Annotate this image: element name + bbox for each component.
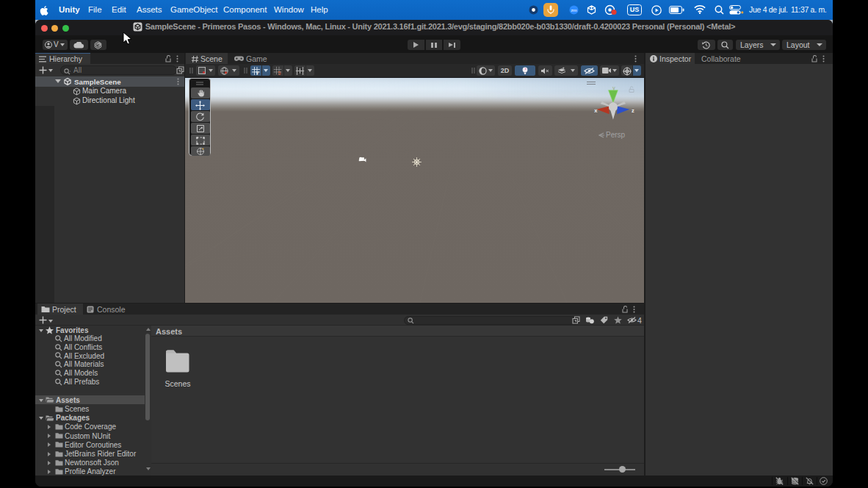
svg-text:zm: zm: [571, 8, 577, 12]
svg-text:x: x: [594, 107, 598, 114]
svg-text:y: y: [612, 85, 615, 91]
svg-text:z: z: [632, 107, 634, 114]
svg-text:5: 5: [278, 70, 281, 75]
svg-text:y: y: [256, 70, 259, 75]
